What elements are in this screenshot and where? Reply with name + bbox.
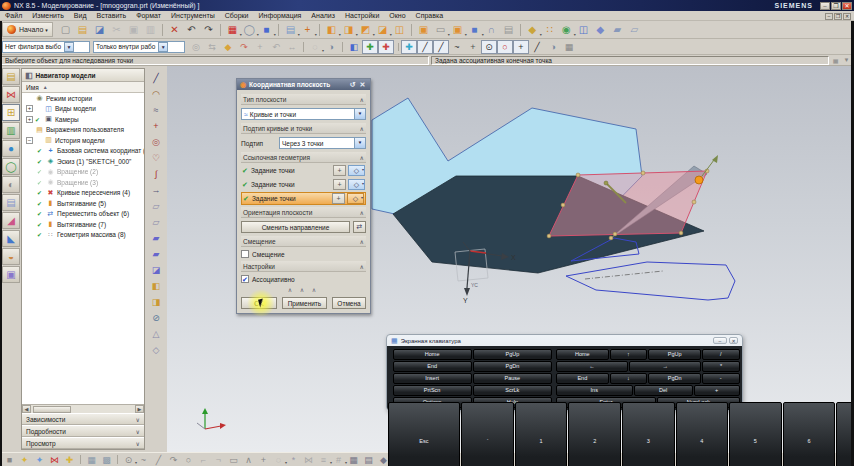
keyboard-key[interactable]: / xyxy=(702,349,740,360)
dialog-close-icon[interactable]: ✕ xyxy=(358,81,367,89)
tree-item[interactable]: Вращение (3) xyxy=(22,177,144,188)
menu-item[interactable]: Информация xyxy=(254,11,307,21)
keyboard-key[interactable]: * xyxy=(702,361,739,372)
point-constructor-icon[interactable]: ◇▾ xyxy=(348,179,365,190)
polygon-icon[interactable]: ⊙▾ xyxy=(121,453,136,466)
open-icon[interactable]: ▤▾ xyxy=(74,22,91,38)
move-handle-icon[interactable]: +▾ xyxy=(252,40,268,54)
point-dialog-icon[interactable]: + xyxy=(332,193,345,204)
navigator-section-bar[interactable]: Подробности ∨ xyxy=(22,425,144,437)
tree-expander[interactable]: − xyxy=(26,137,33,144)
keyboard-key[interactable]: ← xyxy=(556,361,628,372)
menu-item[interactable]: Справка xyxy=(411,11,448,21)
combo-dropdown-icon[interactable]: ▼ xyxy=(64,42,74,52)
point-plus-icon[interactable]: +▾ xyxy=(256,453,271,466)
dialog-collapse-strip[interactable]: ∧ ∧ ∧ xyxy=(241,286,366,294)
sheet3-icon[interactable]: ◪ xyxy=(148,262,165,278)
keyboard-key[interactable]: ScrLk xyxy=(473,385,552,396)
plus-snap-icon[interactable]: +▾ xyxy=(513,40,529,54)
point-set-icon[interactable]: + xyxy=(148,118,165,134)
selection-filter-combo[interactable]: Нет фильтра выбо ▼ xyxy=(2,41,90,53)
datum-plane-icon[interactable]: ▱ xyxy=(148,198,165,214)
points-icon[interactable]: ✚▾ xyxy=(62,453,77,466)
slash-snap-icon[interactable]: ╱▾ xyxy=(529,40,545,54)
rotate-view-icon[interactable]: ✚▾ xyxy=(401,40,417,54)
fold2-icon[interactable]: ◨ xyxy=(148,294,165,310)
tree-checkbox[interactable] xyxy=(37,147,45,154)
studio-spline-icon[interactable]: ~▾ xyxy=(136,453,151,466)
reuse-library-icon[interactable]: ▥ xyxy=(2,122,20,139)
body2-icon[interactable]: ▤▾ xyxy=(361,453,376,466)
trim-body-icon[interactable]: ◪▾ xyxy=(374,22,391,38)
menu-item[interactable]: Настройки xyxy=(340,11,384,21)
dialog-grid2-icon[interactable]: ▩▾ xyxy=(99,453,114,466)
cross-snap-icon[interactable]: +▾ xyxy=(465,40,481,54)
wireframe-cube-icon[interactable]: ◧▾ xyxy=(346,40,362,54)
dropdown-arrow-icon[interactable]: ▼ xyxy=(354,138,365,148)
keyboard-key[interactable]: ` xyxy=(461,402,514,466)
grid-snap-icon[interactable]: ▦▾ xyxy=(561,40,577,54)
section-plane-orientation[interactable]: Ориентация плоскости ∧ xyxy=(241,207,366,218)
point-on-curve-icon[interactable]: ⊙▾ xyxy=(481,40,497,54)
system-materials-icon[interactable]: ▤ xyxy=(2,194,20,211)
section-plane-type[interactable]: Тип плоскости ∧ xyxy=(241,94,366,105)
project-curve-icon[interactable]: #▾ xyxy=(331,453,346,466)
tree-expander[interactable]: + xyxy=(26,116,33,123)
keyboard-key[interactable]: - xyxy=(702,373,740,384)
law-curve-icon[interactable]: → xyxy=(148,182,165,198)
trim-sheet-icon[interactable]: △ xyxy=(148,326,165,342)
menu-item[interactable]: Вид xyxy=(69,11,92,21)
keyboard-key[interactable]: PgUp xyxy=(648,349,701,360)
dialog-title-bar[interactable]: ◉ Координатная плоскость ↺ ✕ xyxy=(237,79,370,90)
ladder-icon[interactable]: ▤▾ xyxy=(500,22,517,38)
unite-icon[interactable]: ◧▾ xyxy=(323,22,340,38)
system-scenes-icon[interactable]: ▣ xyxy=(2,266,20,283)
turn-icon[interactable]: ↶▾ xyxy=(268,40,284,54)
tree-checkbox[interactable] xyxy=(37,210,45,217)
line2-snap-icon[interactable]: ╱▾ xyxy=(433,40,449,54)
reverse-direction-button[interactable]: Сменить направление xyxy=(241,221,350,233)
restore-button[interactable]: ❐ xyxy=(831,2,841,10)
offset-curve-icon[interactable]: ≡▾ xyxy=(316,453,331,466)
tree-checkbox[interactable] xyxy=(37,189,45,196)
keyboard-key[interactable]: 5 xyxy=(729,402,782,466)
swap-view-icon[interactable]: ⇆▾ xyxy=(204,40,220,54)
manufacturing-icon[interactable]: ◣ xyxy=(2,230,20,247)
keyboard-key[interactable]: 3 xyxy=(622,402,675,466)
subtype-dropdown[interactable]: Через 3 точки ▼ xyxy=(279,137,366,149)
section-offset[interactable]: Смещение ∧ xyxy=(241,236,366,247)
keyboard-key[interactable]: Pause xyxy=(473,373,552,384)
display-mode-icon[interactable]: ◯▾ xyxy=(241,22,258,38)
sphere-snap-icon[interactable]: ◑▾ xyxy=(545,40,561,54)
specify-point-row[interactable]: ✔ Задание точки + ◇▾ xyxy=(241,164,366,177)
specify-point-row[interactable]: ✔ Задание точки + ◇▾ xyxy=(241,192,366,205)
section-subtype[interactable]: Подтип кривые и точки ∧ xyxy=(241,123,366,134)
delete-icon[interactable]: ✕▾ xyxy=(166,22,183,38)
line-snap-icon[interactable]: ╱▾ xyxy=(417,40,433,54)
paste-icon[interactable]: ▥▾ xyxy=(142,22,159,38)
tree-item[interactable]: Вытягивание (7) xyxy=(22,219,144,230)
shell-icon[interactable]: ◉▾ xyxy=(558,22,575,38)
keyboard-key[interactable]: ↓ xyxy=(610,373,648,384)
datum-plane2-icon[interactable]: ▱ xyxy=(148,214,165,230)
tree-checkbox[interactable] xyxy=(37,158,45,165)
scroll-right-icon[interactable]: ▶ xyxy=(135,405,144,413)
patch-icon[interactable]: ◇ xyxy=(148,342,165,358)
navigator-section-bar[interactable]: Зависимости ∨ xyxy=(22,413,144,425)
apply-button[interactable]: Применить xyxy=(282,297,327,309)
pattern-face-icon[interactable]: ∷▾ xyxy=(541,22,558,38)
tree-checkbox[interactable] xyxy=(37,231,45,238)
new-file-icon[interactable]: ▢▾ xyxy=(57,22,74,38)
part-navigator-icon[interactable]: ⊞ xyxy=(2,104,20,121)
keyboard-title-bar[interactable]: ▦ Экранная клавиатура – ✕ xyxy=(387,335,742,346)
menu-item[interactable]: Формат xyxy=(131,11,166,21)
menu-item[interactable]: Изменить xyxy=(27,11,69,21)
rectangle-icon[interactable]: ▭▾ xyxy=(226,453,241,466)
sketch-arc-icon[interactable]: ↷▾ xyxy=(166,453,181,466)
point-constructor-icon[interactable]: ◇▾ xyxy=(347,193,364,204)
point1-icon[interactable]: ✦▾ xyxy=(17,453,32,466)
tree-item[interactable]: Вытягивание (5) xyxy=(22,198,144,209)
wedge-icon[interactable]: ◆▾ xyxy=(220,40,236,54)
dialog-grid-icon[interactable]: ▦▾ xyxy=(84,453,99,466)
dropdown-arrow-icon[interactable]: ▼ xyxy=(354,109,365,119)
